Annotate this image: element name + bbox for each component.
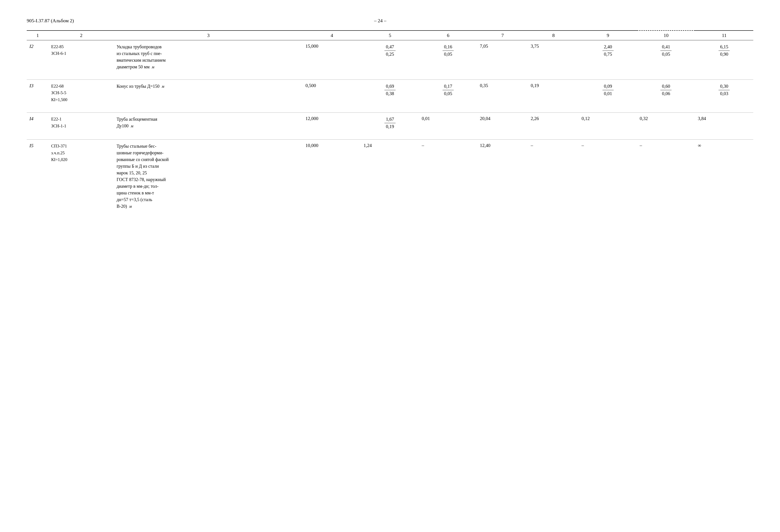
row-col6: – xyxy=(419,140,477,213)
row-code: E22-85ЗСН-6-1 xyxy=(49,40,114,74)
col-header-5: 5 xyxy=(361,31,419,40)
row-description: Конус из трубы Д=150 м xyxy=(114,80,303,106)
row-col8: – xyxy=(528,140,579,213)
col-header-10: 10 xyxy=(637,31,695,40)
row-description: Укладка трубопроводовиз стальных труб с … xyxy=(114,40,303,74)
row-id: I4 xyxy=(27,113,49,133)
row-col4: 10,000 xyxy=(303,140,361,213)
row-col11: 6,150,90 xyxy=(695,40,753,74)
row-col10: 0,600,06 xyxy=(637,80,695,106)
row-description: Труба асбоцементнаяДу100 м xyxy=(114,113,303,133)
row-col4: 12,000 xyxy=(303,113,361,133)
row-col11: 3,84 xyxy=(695,113,753,133)
row-col9: – xyxy=(579,140,637,213)
row-col5: 0,690,38 xyxy=(361,80,419,106)
table-row: I5СП3-371з.ч.п.25КI=1,020Трубы стальные … xyxy=(27,140,753,213)
spacer-row xyxy=(27,73,753,80)
row-col5: 1,670,19 xyxy=(361,113,419,133)
row-col9: 0,090,01 xyxy=(579,80,637,106)
row-col5: 1,24 xyxy=(361,140,419,213)
table-row: I3Е22-68ЗСН-5-5КI=1,500Конус из трубы Д=… xyxy=(27,80,753,106)
row-col11: 0,300,03 xyxy=(695,80,753,106)
page-number: – 24 – xyxy=(74,18,686,23)
table-row: I2E22-85ЗСН-6-1Укладка трубопроводовиз с… xyxy=(27,40,753,74)
row-col4: 15,000 xyxy=(303,40,361,74)
col-header-3: 3 xyxy=(114,31,303,40)
row-col9: 0,12 xyxy=(579,113,637,133)
row-description: Трубы стальные бес-шовные горячедеформи-… xyxy=(114,140,303,213)
page-header: 905-I.37.87 (Альбом 2) – 24 – xyxy=(27,18,753,23)
row-col11: ∞ xyxy=(695,140,753,213)
row-col10: – xyxy=(637,140,695,213)
row-col6: 0,160,05 xyxy=(419,40,477,74)
col-header-4: 4 xyxy=(303,31,361,40)
row-col7: 7,05 xyxy=(477,40,528,74)
col-header-8: 8 xyxy=(528,31,579,40)
row-col4: 0,500 xyxy=(303,80,361,106)
row-col10: 0,410,05 xyxy=(637,40,695,74)
main-table: 1 2 3 4 5 6 7 8 9 10 11 I2E22-85ЗСН-6-1У… xyxy=(27,30,753,219)
row-col9: 2,400,75 xyxy=(579,40,637,74)
row-code: Е22-68ЗСН-5-5КI=1,500 xyxy=(49,80,114,106)
row-col8: 3,75 xyxy=(528,40,579,74)
row-col7: 0,35 xyxy=(477,80,528,106)
row-col6: 0,01 xyxy=(419,113,477,133)
row-id: I2 xyxy=(27,40,49,74)
spacer-row xyxy=(27,133,753,140)
row-col5: 0,470,25 xyxy=(361,40,419,74)
col-header-9: 9 xyxy=(579,31,637,40)
row-col10: 0,32 xyxy=(637,113,695,133)
row-col6: 0,170,05 xyxy=(419,80,477,106)
spacer-row xyxy=(27,213,753,219)
col-header-1: 1 xyxy=(27,31,49,40)
col-header-11: 11 xyxy=(695,31,753,40)
row-id: I5 xyxy=(27,140,49,213)
row-col8: 2,26 xyxy=(528,113,579,133)
column-header-row: 1 2 3 4 5 6 7 8 9 10 11 xyxy=(27,31,753,40)
col-header-7: 7 xyxy=(477,31,528,40)
row-col7: 12,40 xyxy=(477,140,528,213)
row-code: СП3-371з.ч.п.25КI=1,020 xyxy=(49,140,114,213)
row-id: I3 xyxy=(27,80,49,106)
spacer-row xyxy=(27,106,753,113)
row-code: E22-1ЗСН-1-1 xyxy=(49,113,114,133)
col-header-6: 6 xyxy=(419,31,477,40)
row-col7: 20,04 xyxy=(477,113,528,133)
row-col8: 0,19 xyxy=(528,80,579,106)
doc-number: 905-I.37.87 (Альбом 2) xyxy=(27,18,74,23)
col-header-2: 2 xyxy=(49,31,114,40)
table-row: I4E22-1ЗСН-1-1Труба асбоцементнаяДу100 м… xyxy=(27,113,753,133)
